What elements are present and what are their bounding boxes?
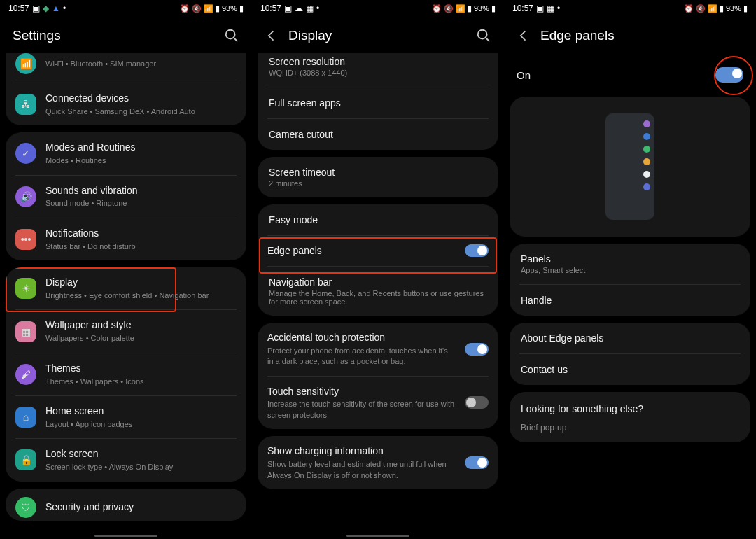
toggle-edge-panels[interactable] [465,244,489,257]
row-title: Screen timeout [269,167,487,178]
row-fullscreen-apps[interactable]: Full screen apps [258,88,498,118]
scroll-handle[interactable] [346,535,410,537]
search-icon[interactable] [476,28,491,43]
row-connections[interactable]: 📶 Wi-Fi • Bluetooth • SIM manager [6,53,246,83]
row-panels[interactable]: Panels Apps, Smart select [510,244,750,284]
devices-icon: 🖧 [15,94,36,115]
battery-icon: ▮ [743,4,748,13]
preview-dot [643,146,650,153]
row-brief-popup[interactable]: Brief pop-up [510,423,750,442]
row-sub: Wi-Fi • Bluetooth • SIM manager [46,59,237,69]
mute-icon: 🔇 [696,4,706,13]
svg-point-0 [226,30,235,39]
battery-icon: ▮ [491,4,496,13]
row-sub: WQHD+ (3088 x 1440) [269,69,487,77]
alarm-icon: ⏰ [684,4,694,13]
back-icon[interactable] [265,29,279,43]
back-icon[interactable] [517,29,531,43]
row-camera-cutout[interactable]: Camera cutout [258,119,498,150]
themes-icon: 🖌 [15,364,36,385]
row-sub: Manage the Home, Back, and Recents butto… [269,289,487,306]
row-sub: Increase the touch sensitivity of the sc… [267,399,456,421]
home-icon: ⌂ [15,407,36,428]
toggle-touch-sensitivity[interactable] [465,396,489,409]
row-title: Touch sensitivity [267,385,456,398]
row-notifications[interactable]: ••• Notifications Status bar • Do not di… [6,218,246,260]
preview-card [606,113,654,220]
row-title: Edge panels [267,244,456,258]
preview-dot [643,133,650,140]
mute-icon: 🔇 [444,4,454,13]
master-toggle-row[interactable]: On [504,53,756,97]
signal-icon: ▮ [720,4,724,13]
bell-icon: ••• [15,229,36,250]
looking-title: Looking for something else? [510,392,750,421]
gallery-icon: ▣ [32,4,40,13]
row-contact[interactable]: Contact us [510,354,750,385]
wallpaper-icon: ▦ [15,321,36,342]
row-resolution[interactable]: Screen resolution WQHD+ (3088 x 1440) [258,53,498,87]
status-bar: 10:57 ▣ ◆ ▲ • ⏰ 🔇 📶 ▮ 93% ▮ [0,0,252,17]
row-modes[interactable]: ✓ Modes and Routines Modes • Routines [6,132,246,174]
row-title: Camera cutout [269,129,487,140]
row-handle[interactable]: Handle [510,285,750,316]
toggle-edge-panels-master[interactable] [715,67,743,83]
status-bar: 10:57 ▣ ☁ ▦ • ⏰ 🔇 📶 ▮ 93% ▮ [252,0,504,17]
row-title: Modes and Routines [46,141,237,154]
row-accidental-touch[interactable]: Accidental touch protection Protect your… [258,323,498,376]
scroll-handle[interactable] [94,535,158,537]
row-sounds[interactable]: 🔊 Sounds and vibration Sound mode • Ring… [6,176,246,218]
header: Display [252,17,504,53]
row-title: About Edge panels [521,332,739,344]
page-title: Display [288,28,332,43]
row-title: Navigation bar [269,276,487,288]
panel-display: 10:57 ▣ ☁ ▦ • ⏰ 🔇 📶 ▮ 93% ▮ Display [252,0,504,539]
row-sub: Status bar • Do not disturb [46,241,237,252]
row-edge-panels[interactable]: Edge panels [258,236,498,266]
row-wallpaper[interactable]: ▦ Wallpaper and style Wallpapers • Color… [6,310,246,352]
preview-dot [643,158,650,165]
row-about[interactable]: About Edge panels [510,323,750,354]
toggle-accidental-touch[interactable] [465,343,489,356]
on-label: On [517,69,531,81]
header: Edge panels [504,17,756,53]
row-sub: Show battery level and estimated time un… [267,459,456,481]
search-icon[interactable] [224,28,239,43]
battery-percent: 93% [726,4,741,13]
edge-panel-preview [510,97,750,237]
row-sub: Modes • Routines [46,155,237,166]
toggle-charging-info[interactable] [465,456,489,469]
gallery-icon: ▣ [284,4,292,13]
row-title: Themes [46,362,237,375]
row-connected-devices[interactable]: 🖧 Connected devices Quick Share • Samsun… [6,83,246,125]
row-screen-timeout[interactable]: Screen timeout 2 minutes [258,157,498,197]
battery-percent: 93% [222,4,237,13]
wifi-icon: 📶 [456,4,465,13]
panel-edge-panels: 10:57 ▣ ▦ • ⏰ 🔇 📶 ▮ 93% ▮ Edge panels On [504,0,756,539]
row-security[interactable]: 🛡 Security and privacy [6,489,246,521]
svg-line-3 [486,38,490,42]
wifi-icon: 📶 [708,4,718,13]
row-display[interactable]: ☀ Display Brightness • Eye comfort shiel… [6,267,246,309]
sound-icon: 🔊 [15,186,36,207]
gallery-icon: ▣ [536,4,544,13]
row-themes[interactable]: 🖌 Themes Themes • Wallpapers • Icons [6,354,246,396]
row-title: Easy mode [269,214,487,225]
more-icon: • [557,4,560,13]
row-touch-sensitivity[interactable]: Touch sensitivity Increase the touch sen… [258,377,498,430]
page-title: Settings [13,28,61,43]
signal-icon: ▮ [216,4,220,13]
row-charging-info[interactable]: Show charging information Show battery l… [258,436,498,489]
row-title: Connected devices [46,92,237,105]
more-icon: • [316,4,319,13]
row-navigation-bar[interactable]: Navigation bar Manage the Home, Back, an… [258,267,498,316]
wifi-icon: 📶 [204,4,214,13]
row-title: Lock screen [46,447,237,461]
row-easy-mode[interactable]: Easy mode [258,204,498,235]
row-lockscreen[interactable]: 🔒 Lock screen Screen lock type • Always … [6,439,246,481]
svg-line-1 [234,38,238,42]
row-homescreen[interactable]: ⌂ Home screen Layout • App icon badges [6,396,246,438]
row-title: Accidental touch protection [267,331,456,344]
row-title: Screen resolution [269,56,487,67]
header: Settings [0,17,252,53]
